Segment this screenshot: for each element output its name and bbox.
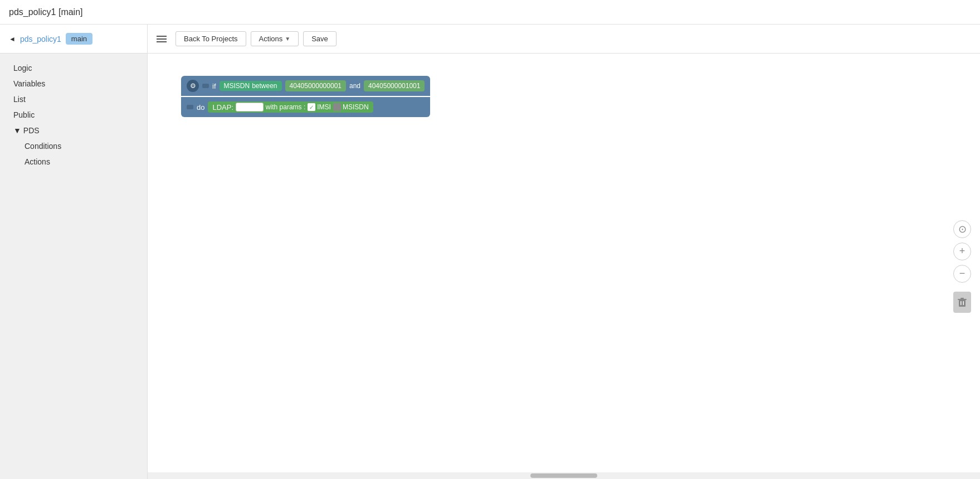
zoom-in-button[interactable]: + [953, 243, 971, 260]
policy-arrow-icon: ◄ [9, 35, 16, 43]
scrollbar-bottom[interactable] [148, 472, 980, 479]
left-panel: ◄ pds_policy1 main Logic Variables List … [0, 25, 148, 479]
sidebar-item-conditions[interactable]: Conditions [0, 138, 147, 154]
gear-icon[interactable]: ⚙ [187, 80, 199, 92]
ldap-select[interactable]: ldap1 ▼ [236, 103, 264, 112]
back-to-projects-button[interactable]: Back To Projects [175, 31, 246, 46]
svg-rect-3 [961, 301, 962, 305]
right-controls: ⊙ + − [953, 220, 971, 313]
canvas-area: ⚙ if MSISDN between 40405000000001 and 4… [148, 54, 980, 479]
toolbar: Back To Projects Actions ▼ Save [148, 25, 980, 54]
msisdn-checkbox[interactable] [333, 103, 341, 111]
sidebar-item-pds[interactable]: ▼ PDS [0, 123, 147, 138]
msisdn-label: MSISDN [224, 82, 250, 90]
pds-children: Conditions Actions [0, 138, 147, 170]
and-label: and [349, 82, 360, 90]
app-title: pds_policy1 [main] [9, 7, 83, 17]
zoom-in-icon: + [959, 245, 966, 257]
reset-icon: ⊙ [958, 223, 967, 235]
policy-name-link[interactable]: pds_policy1 [20, 35, 61, 43]
between-label: between [252, 82, 277, 90]
blocks-container: ⚙ if MSISDN between 40405000000001 and 4… [181, 76, 430, 117]
pds-arrow-icon: ▼ [13, 126, 21, 135]
msisdn-param-label: MSISDN [343, 103, 369, 111]
actions-chevron-icon: ▼ [285, 36, 290, 42]
save-button[interactable]: Save [303, 31, 337, 46]
do-label: do [197, 103, 204, 112]
do-block[interactable]: do LDAP: ldap1 ▼ with params : IMSI [181, 97, 430, 117]
hamburger-line2 [157, 38, 167, 40]
trash-icon [958, 297, 967, 307]
block-notch-if [202, 84, 209, 88]
hamburger-line1 [157, 36, 167, 37]
content-area: Back To Projects Actions ▼ Save ⚙ if MSI… [148, 25, 980, 479]
scrollbar-thumb [530, 473, 597, 478]
msisdn-param[interactable]: MSISDN [333, 103, 369, 111]
value1-chip[interactable]: 40405000000001 [285, 80, 346, 91]
zoom-out-icon: − [959, 268, 966, 279]
hamburger-button[interactable] [154, 33, 169, 45]
svg-rect-4 [963, 301, 964, 305]
imsi-label: IMSI [317, 103, 331, 111]
actions-label: Actions [259, 35, 283, 43]
ldap1-label: ldap1 [238, 104, 253, 110]
zoom-out-button[interactable]: − [953, 265, 971, 283]
action-chip[interactable]: LDAP: ldap1 ▼ with params : IMSI MSIS [208, 101, 373, 113]
with-params-label: with params : [266, 103, 305, 111]
tree-section: Logic Variables List Public ▼ PDS Condit… [0, 54, 147, 479]
imsi-checkbox[interactable] [308, 103, 315, 111]
pds-label: PDS [23, 126, 40, 135]
sidebar-item-logic[interactable]: Logic [0, 60, 147, 76]
sidebar-item-actions[interactable]: Actions [0, 154, 147, 170]
ldap-dropdown-icon: ▼ [255, 104, 261, 110]
trash-button[interactable] [953, 292, 971, 313]
sidebar-item-list[interactable]: List [0, 91, 147, 107]
svg-rect-0 [959, 299, 966, 307]
condition-chip[interactable]: MSISDN between [220, 81, 282, 91]
main-badge[interactable]: main [66, 33, 92, 45]
value2-chip[interactable]: 40405000001001 [364, 80, 425, 91]
reset-view-button[interactable]: ⊙ [953, 220, 971, 238]
left-nav: ◄ pds_policy1 main [0, 25, 147, 54]
if-block[interactable]: ⚙ if MSISDN between 40405000000001 and 4… [181, 76, 430, 96]
actions-button[interactable]: Actions ▼ [251, 31, 299, 46]
ldap-label: LDAP: [212, 103, 233, 112]
svg-rect-2 [961, 298, 964, 299]
title-bar: pds_policy1 [main] [0, 0, 980, 25]
main-layout: ◄ pds_policy1 main Logic Variables List … [0, 25, 980, 479]
sidebar-item-variables[interactable]: Variables [0, 76, 147, 91]
block-notch-do [187, 105, 193, 109]
svg-rect-1 [958, 299, 967, 300]
if-label: if [212, 82, 216, 90]
sidebar-item-public[interactable]: Public [0, 107, 147, 123]
hamburger-line3 [157, 41, 167, 42]
imsi-param[interactable]: IMSI [308, 103, 331, 111]
